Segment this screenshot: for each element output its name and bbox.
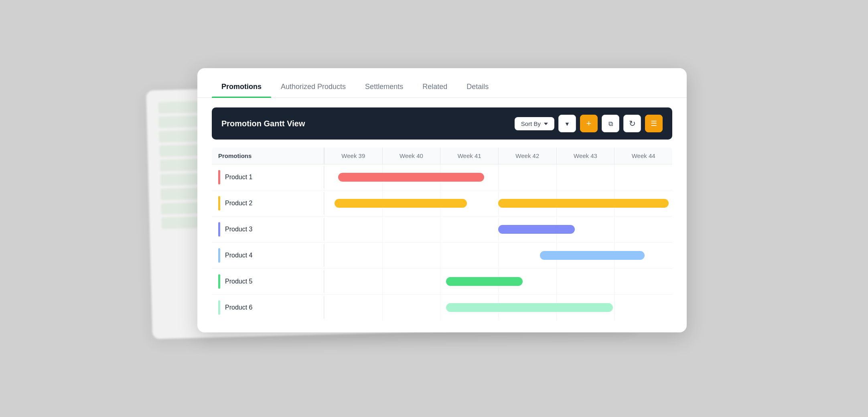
product-2-bar-2 xyxy=(498,199,669,208)
header-actions: Sort By xyxy=(515,115,663,132)
product-5-indicator xyxy=(218,274,220,289)
table-row: Product 1 xyxy=(212,164,672,190)
product-1-label: Product 1 xyxy=(212,166,324,188)
copy-icon xyxy=(608,119,613,128)
product-5-bar xyxy=(446,277,523,286)
product-3-label: Product 3 xyxy=(212,218,324,241)
tab-bar: Promotions Authorized Products Settlemen… xyxy=(197,68,687,98)
tab-details[interactable]: Details xyxy=(457,78,498,97)
table-row: Product 4 xyxy=(212,243,672,269)
product-5-name: Product 5 xyxy=(225,278,252,285)
product-6-label: Product 6 xyxy=(212,296,324,319)
tab-settlements[interactable]: Settlements xyxy=(355,78,413,97)
product-1-name: Product 1 xyxy=(225,174,252,181)
add-button[interactable] xyxy=(580,115,598,132)
gantt-title: Promotion Gantt View xyxy=(221,119,305,128)
product-6-indicator xyxy=(218,300,220,315)
product-2-name: Product 2 xyxy=(225,200,252,207)
main-card: Promotions Authorized Products Settlemen… xyxy=(197,68,687,332)
table-row: Product 3 xyxy=(212,217,672,243)
product-4-bar xyxy=(540,251,644,260)
list-view-button[interactable] xyxy=(645,115,663,132)
table-row: Product 2 xyxy=(212,190,672,217)
week-44-header: Week 44 xyxy=(614,148,672,164)
product-2-label: Product 2 xyxy=(212,192,324,215)
sort-label: Sort By xyxy=(521,120,541,127)
filter-icon xyxy=(564,119,570,128)
list-icon xyxy=(651,119,657,128)
product-6-name: Product 6 xyxy=(225,304,252,311)
week-41-header: Week 41 xyxy=(440,148,498,164)
product-4-label: Product 4 xyxy=(212,244,324,267)
tab-authorized-products[interactable]: Authorized Products xyxy=(271,78,355,97)
product-2-indicator xyxy=(218,196,220,211)
product-4-name: Product 4 xyxy=(225,252,252,259)
product-1-bar xyxy=(338,173,485,182)
tab-related[interactable]: Related xyxy=(413,78,457,97)
table-row: Product 5 xyxy=(212,269,672,295)
product-1-indicator xyxy=(218,170,220,184)
product-3-bar xyxy=(498,225,575,234)
gantt-column-headers: Promotions Week 39 Week 40 Week 41 Week … xyxy=(212,148,672,164)
product-4-indicator xyxy=(218,248,220,263)
copy-button[interactable] xyxy=(602,115,619,132)
filter-button[interactable] xyxy=(558,115,576,132)
week-43-header: Week 43 xyxy=(556,148,614,164)
sort-button[interactable]: Sort By xyxy=(515,117,554,130)
week-42-header: Week 42 xyxy=(498,148,556,164)
tab-promotions[interactable]: Promotions xyxy=(212,78,271,97)
product-3-indicator xyxy=(218,222,220,237)
table-row: Product 6 xyxy=(212,295,672,320)
product-6-bar xyxy=(446,303,613,312)
product-2-bar-1 xyxy=(335,199,467,208)
gantt-header-bar: Promotion Gantt View Sort By xyxy=(212,107,672,140)
plus-icon xyxy=(586,118,592,129)
chevron-down-icon xyxy=(544,123,548,125)
gantt-chart: Promotions Week 39 Week 40 Week 41 Week … xyxy=(212,148,672,320)
product-3-name: Product 3 xyxy=(225,226,252,233)
week-39-header: Week 39 xyxy=(324,148,382,164)
week-40-header: Week 40 xyxy=(382,148,440,164)
refresh-button[interactable] xyxy=(623,115,641,132)
gantt-promotions-header: Promotions xyxy=(212,148,324,164)
product-5-label: Product 5 xyxy=(212,270,324,293)
refresh-icon xyxy=(629,119,636,128)
